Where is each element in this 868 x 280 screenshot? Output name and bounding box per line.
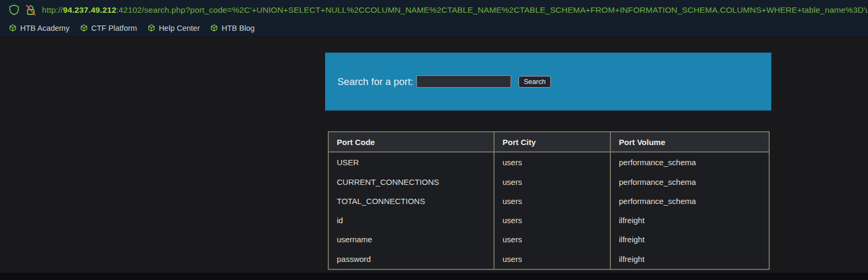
table-row: USER users performance_schema: [328, 152, 769, 172]
htb-cube-icon: [210, 24, 218, 32]
htb-cube-icon: [9, 24, 16, 32]
table-cell: username: [328, 230, 494, 249]
table-cell: id: [328, 211, 494, 230]
bookmark-htb-blog[interactable]: HTB Blog: [205, 23, 260, 33]
address-url[interactable]: http://94.237.49.212:42102/search.php?po…: [42, 5, 868, 15]
bookmark-help-center[interactable]: Help Center: [142, 23, 205, 33]
table-cell: users: [494, 172, 610, 191]
page-content: Search for a port: Search Port Code Port…: [0, 37, 868, 280]
url-domain: 94.237.49.212: [63, 5, 116, 14]
table-row: CURRENT_CONNECTIONS users performance_sc…: [328, 172, 769, 191]
table-cell: users: [494, 249, 610, 269]
bookmark-htb-academy[interactable]: HTB Academy: [4, 23, 75, 33]
table-cell: performance_schema: [610, 172, 769, 191]
table-cell: users: [494, 230, 610, 249]
bookmark-label: HTB Blog: [222, 24, 254, 32]
table-cell: performance_schema: [610, 191, 769, 210]
bookmark-ctf-platform[interactable]: CTF Platform: [75, 23, 142, 33]
table-cell: users: [494, 191, 610, 210]
table-cell: CURRENT_CONNECTIONS: [328, 172, 494, 191]
search-panel: Search for a port: Search: [325, 53, 771, 111]
column-header-port-volume: Port Volume: [610, 132, 769, 152]
bookmark-label: CTF Platform: [91, 24, 137, 32]
table-cell: ilfreight: [610, 230, 769, 249]
search-button[interactable]: Search: [518, 76, 551, 88]
results-table: Port Code Port City Port Volume USER use…: [328, 131, 770, 270]
htb-cube-icon: [80, 24, 88, 32]
table-cell: users: [494, 152, 610, 172]
bookmark-label: HTB Academy: [20, 24, 70, 32]
table-row: id users ilfreight: [328, 211, 769, 230]
url-bar[interactable]: http://94.237.49.212:42102/search.php?po…: [0, 0, 868, 20]
table-header-row: Port Code Port City Port Volume: [328, 132, 769, 152]
table-cell: TOTAL_CONNECTIONS: [328, 191, 494, 210]
insecure-lock-icon[interactable]: [26, 5, 36, 15]
table-cell: performance_schema: [610, 152, 769, 172]
table-row: username users ilfreight: [328, 230, 769, 249]
table-cell: users: [494, 211, 610, 230]
port-search-input[interactable]: [416, 75, 511, 88]
table-cell: USER: [328, 152, 494, 172]
bookmarks-bar: HTB Academy CTF Platform Help Center: [0, 20, 868, 36]
htb-cube-icon: [148, 24, 155, 32]
browser-window: http://94.237.49.212:42102/search.php?po…: [0, 0, 868, 280]
table-row: TOTAL_CONNECTIONS users performance_sche…: [328, 191, 769, 210]
window-bottom-edge: [0, 273, 868, 280]
search-label: Search for a port:: [337, 76, 413, 88]
url-query: :42102/search.php?port_code=%2C'+UNION+S…: [116, 5, 868, 14]
table-cell: ilfreight: [610, 249, 769, 269]
shield-icon[interactable]: [9, 4, 19, 15]
column-header-port-city: Port City: [494, 132, 610, 152]
browser-chrome: http://94.237.49.212:42102/search.php?po…: [0, 0, 868, 37]
table-row: password users ilfreight: [328, 249, 769, 269]
url-scheme: http://: [42, 5, 63, 14]
table-cell: password: [328, 249, 494, 269]
column-header-port-code: Port Code: [328, 132, 494, 152]
table-cell: ilfreight: [610, 211, 769, 230]
bookmark-label: Help Center: [159, 24, 200, 32]
